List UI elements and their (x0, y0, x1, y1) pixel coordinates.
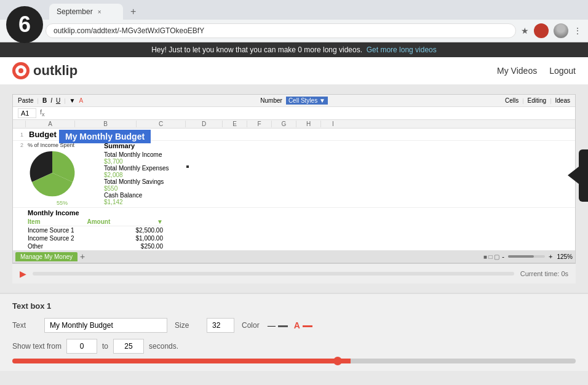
formula-input[interactable] (49, 109, 570, 117)
main-nav: outklip My Videos Logout (0, 57, 588, 85)
summary-row-1: Total Monthly Expenses (104, 165, 169, 172)
profile-icon-avatar (554, 23, 568, 38)
spreadsheet-tab-bar: Manage My Money + ■ □ ▢ - + 125% (13, 250, 575, 263)
ss-bold-btn[interactable]: B (42, 97, 47, 104)
tab-close-btn[interactable]: × (98, 9, 101, 15)
text-label: Text (12, 321, 37, 330)
ss-italic-btn[interactable]: I (50, 97, 52, 104)
zoom-slider[interactable] (508, 255, 545, 258)
timeline-thumb[interactable] (333, 357, 342, 365)
timeline-bar[interactable] (12, 359, 576, 363)
column-headers: A B C D E F G H I (13, 120, 575, 129)
summary-val-1: $2,008 (104, 172, 169, 178)
from-time-input[interactable] (66, 339, 97, 354)
cell-reference[interactable]: A1 (18, 108, 36, 118)
tab-label: September (57, 7, 93, 16)
text-color-icon[interactable]: A (294, 320, 300, 330)
zoom-plus[interactable]: + (549, 253, 552, 260)
spreadsheet-toolbar: Paste | B I U | ▼ A Number Cell Styles ▼… (13, 95, 575, 107)
toolbar-icons: ★ ⋮ (521, 23, 582, 38)
size-label: Size (175, 321, 199, 330)
play-button[interactable]: ▶ (20, 269, 26, 279)
playback-bar: ▶ Current time: 0s (12, 263, 576, 284)
spreadsheet-preview: Paste | B I U | ▼ A Number Cell Styles ▼… (12, 94, 576, 263)
textbox-title: Text box 1 (12, 301, 576, 311)
add-sheet-btn[interactable]: + (80, 252, 85, 261)
progress-bar[interactable] (33, 272, 514, 276)
address-bar-row: ← → ↻ outklip.com/addtext/-MGv3etWxlGTOk… (0, 20, 588, 42)
tab-bar: September × + (0, 0, 588, 20)
income-col-chevron: ▼ (157, 218, 163, 225)
income-col-item: Item (28, 218, 41, 225)
color-pickers: ⸻ A (267, 320, 312, 330)
pie-pct: 55% (28, 200, 97, 206)
video-preview-area: Paste | B I U | ▼ A Number Cell Styles ▼… (12, 94, 576, 284)
ss-format-btn[interactable]: ▼ (70, 97, 76, 104)
text-color-swatch[interactable] (303, 325, 312, 327)
star-icon[interactable]: ★ (521, 26, 529, 36)
current-time: Current time: 0s (520, 270, 568, 277)
spreadsheet-body: My Monthly Budget 1 Budget 2 % of Income… (13, 129, 575, 250)
summary-row-2: Total Monthly Savings (104, 178, 169, 185)
spreadsheet-row-2: 2 % of Income Spent 55% (13, 141, 575, 208)
bottom-panel: Text box 1 Text Size Color ⸻ A Show text… (0, 293, 588, 371)
ideas-label: Ideas (555, 97, 570, 104)
menu-icon[interactable]: ⋮ (573, 26, 582, 36)
step-badge: 6 (6, 6, 43, 43)
income-row-1: Income Source 2 $1,000.00 (28, 234, 163, 242)
formula-bar: A1 fx (13, 107, 575, 120)
summary-val-3: $1,142 (104, 199, 169, 205)
ss-underline-btn[interactable]: U (56, 97, 60, 104)
cells-label: Cells (505, 97, 518, 104)
my-videos-link[interactable]: My Videos (497, 66, 537, 76)
pie-chart-area: % of Income Spent 55% (25, 141, 99, 207)
profile-icon-red (534, 23, 549, 38)
summary-val-0: $3,700 (104, 158, 169, 165)
seconds-label: seconds. (149, 342, 178, 351)
summary-row-3: Cash Balance (104, 192, 169, 199)
content-area: Paste | B I U | ▼ A Number Cell Styles ▼… (0, 85, 588, 293)
ss-color-btn[interactable]: A (79, 97, 83, 104)
cell-styles-btn[interactable]: Cell Styles ▼ (286, 97, 328, 105)
to-time-input[interactable] (113, 339, 144, 354)
nav-links: My Videos Logout (497, 66, 576, 76)
income-header-row: Item Amount ▼ (28, 218, 163, 226)
new-tab-button[interactable]: + (125, 4, 141, 20)
get-more-videos-link[interactable]: Get more long videos (367, 46, 437, 54)
summary-row-0: Total Monthly Income (104, 151, 169, 158)
tooltip-box: Click and drag to move text (579, 149, 588, 202)
cursor-indicator (186, 165, 189, 168)
fill-color-swatch[interactable] (278, 325, 288, 327)
logo-icon (12, 62, 30, 79)
editing-label: Editing (528, 97, 547, 104)
timeline-bar-container (12, 359, 576, 363)
fill-color-icon[interactable]: ⸻ (267, 320, 276, 330)
income-section-title: Monthly Income (28, 209, 560, 216)
logout-link[interactable]: Logout (549, 66, 576, 76)
ss-paste-btn[interactable]: Paste (18, 97, 34, 104)
active-tab[interactable]: September × (49, 4, 123, 20)
income-col-amount: Amount (87, 218, 110, 225)
size-input[interactable] (207, 318, 234, 333)
summary-area: Summary Total Monthly Income $3,700 Tota… (99, 141, 174, 207)
text-form-row: Text Size Color ⸻ A (12, 318, 576, 333)
to-label: to (102, 342, 108, 351)
time-form-row: Show text from to seconds. (12, 339, 576, 354)
tooltip-container: Click and drag to move text (579, 149, 588, 202)
summary-val-2: $550 (104, 185, 169, 192)
manage-my-money-tab[interactable]: Manage My Money (15, 252, 77, 261)
income-row-2: Other $250.00 (28, 242, 163, 250)
monthly-income-section: Monthly Income Item Amount ▼ Income Sour… (13, 208, 575, 250)
color-label: Color (242, 321, 260, 330)
zoom-minus[interactable]: - (502, 253, 504, 260)
pie-chart (28, 148, 77, 197)
number-label: Number (260, 97, 282, 104)
show-text-from-label: Show text from (12, 342, 62, 351)
formula-fx: fx (40, 108, 45, 117)
notification-bar: Hey! Just to let you know that you can m… (0, 42, 588, 57)
income-row-0: Income Source 1 $2,500.00 (28, 226, 163, 234)
text-input[interactable] (44, 318, 167, 333)
text-overlay[interactable]: My Monthly Budget (59, 130, 151, 143)
zoom-level: 125% (557, 253, 573, 260)
address-bar[interactable]: outklip.com/addtext/-MGv3etWxlGTOkeoEBfY (46, 23, 516, 38)
